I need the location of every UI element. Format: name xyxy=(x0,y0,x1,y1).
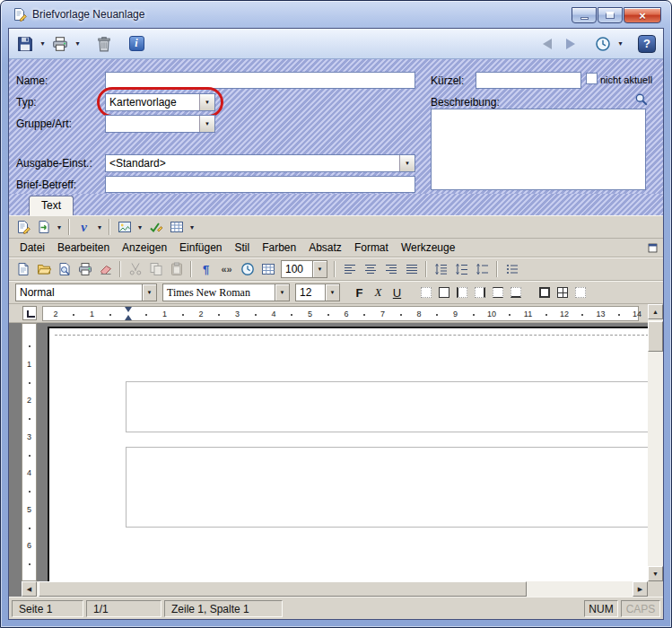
underline-button[interactable]: U xyxy=(388,283,406,302)
horizontal-ruler[interactable]: 211234567891011121314 xyxy=(42,306,639,321)
border-top-bottom-button[interactable] xyxy=(489,283,507,301)
scroll-up-button[interactable]: ▲ xyxy=(648,304,663,319)
load-text-dropdown[interactable]: ▾ xyxy=(54,217,65,237)
typ-dropdown-arrow[interactable]: ▼ xyxy=(199,94,214,110)
text-frame-2[interactable] xyxy=(126,447,648,528)
info-button[interactable]: i xyxy=(125,32,148,56)
insert-variable-button[interactable]: v xyxy=(74,217,94,237)
delete-button[interactable] xyxy=(92,32,116,56)
menu-bearbeiten[interactable]: Bearbeiten xyxy=(51,240,116,256)
history-dropdown[interactable]: ▾ xyxy=(615,32,626,56)
menu-anzeigen[interactable]: Anzeigen xyxy=(116,240,173,256)
scroll-left-button[interactable]: ◀ xyxy=(22,581,37,597)
border-none-button[interactable] xyxy=(417,283,435,301)
insert-table-button[interactable] xyxy=(166,217,187,237)
menu-farben[interactable]: Farben xyxy=(256,240,302,256)
history-button[interactable] xyxy=(591,32,615,56)
insert-time-button[interactable] xyxy=(237,259,257,279)
align-left-button[interactable] xyxy=(339,259,360,279)
paste-button[interactable] xyxy=(166,259,187,279)
document-area[interactable] xyxy=(39,323,648,581)
ausgabe-dropdown-arrow[interactable]: ▼ xyxy=(399,155,415,171)
save-dropdown[interactable]: ▾ xyxy=(37,32,48,56)
tab-text[interactable]: Text xyxy=(29,196,74,215)
insert-table-dropdown[interactable]: ▾ xyxy=(187,217,197,237)
menu-format[interactable]: Format xyxy=(348,240,395,256)
minimize-button[interactable] xyxy=(572,7,597,23)
menu-absatz[interactable]: Absatz xyxy=(302,240,348,256)
scroll-right-button[interactable]: ▶ xyxy=(633,581,648,597)
gruppe-dropdown-arrow[interactable]: ▼ xyxy=(199,116,214,132)
close-button[interactable]: × xyxy=(624,7,661,23)
scroll-down-button[interactable]: ▼ xyxy=(648,566,663,581)
beschreibung-textarea[interactable] xyxy=(431,109,646,190)
menu-einfuegen[interactable]: Einfügen xyxy=(173,240,228,256)
font-select[interactable]: Times New Roman ▼ xyxy=(162,283,290,301)
kuerzel-input[interactable] xyxy=(476,72,581,89)
font-size-select[interactable]: 12 ▼ xyxy=(295,283,340,301)
gruppe-select[interactable]: ▼ xyxy=(105,115,215,133)
copy-button[interactable] xyxy=(145,259,166,279)
format-eraser-button[interactable] xyxy=(95,259,116,279)
print-dropdown[interactable]: ▾ xyxy=(72,32,83,56)
style-dropdown-arrow[interactable]: ▼ xyxy=(142,284,156,301)
bold-button[interactable]: F xyxy=(350,283,369,302)
zoom-dropdown-arrow[interactable]: ▼ xyxy=(312,261,327,277)
back-button[interactable] xyxy=(536,32,559,56)
border-left-button[interactable] xyxy=(453,283,471,301)
save-button[interactable] xyxy=(13,32,37,56)
vertical-scroll-thumb[interactable] xyxy=(648,321,663,352)
vertical-scroll-track[interactable] xyxy=(648,319,663,566)
nicht-aktuell-checkbox[interactable] xyxy=(586,73,598,84)
frame-grid-button[interactable] xyxy=(554,283,572,301)
border-box-button[interactable] xyxy=(435,283,453,301)
print-preview-button[interactable] xyxy=(54,259,74,279)
insert-image-button[interactable] xyxy=(114,217,135,237)
titlebar[interactable]: Briefvorlage Neuanlage × xyxy=(1,1,671,28)
bullet-list-button[interactable] xyxy=(502,259,522,279)
indent-marker-bottom[interactable] xyxy=(125,311,132,320)
zoom-select[interactable]: 100 ▼ xyxy=(281,260,327,278)
ausgabe-select[interactable]: <Standard> ▼ xyxy=(105,154,415,172)
forward-button[interactable] xyxy=(559,32,582,56)
page[interactable] xyxy=(48,327,648,581)
frame-dotted-button[interactable] xyxy=(572,283,589,301)
font-size-dropdown-arrow[interactable]: ▼ xyxy=(325,284,339,301)
editor-window-icon[interactable] xyxy=(647,242,659,254)
open-button[interactable] xyxy=(33,259,54,279)
print-text-button[interactable] xyxy=(74,259,95,279)
frame-thick-button[interactable] xyxy=(536,283,554,301)
edit-text-button[interactable] xyxy=(13,217,33,237)
border-bottom-button[interactable] xyxy=(507,283,525,301)
field-markers-button[interactable]: «» xyxy=(216,259,237,279)
text-frame-1[interactable] xyxy=(126,381,648,432)
maximize-button[interactable] xyxy=(598,7,623,23)
typ-select[interactable]: Kartenvorlage ▼ xyxy=(105,93,215,111)
insert-date-table-button[interactable] xyxy=(257,259,278,279)
insert-image-dropdown[interactable]: ▾ xyxy=(135,217,145,237)
horizontal-scroll-thumb[interactable] xyxy=(39,581,527,597)
vertical-scrollbar[interactable]: ▲ ▼ xyxy=(648,304,663,581)
font-dropdown-arrow[interactable]: ▼ xyxy=(275,284,289,301)
beschreibung-zoom-button[interactable] xyxy=(634,92,650,109)
new-document-button[interactable] xyxy=(13,259,33,279)
vertical-ruler[interactable]: 123456 xyxy=(22,323,37,581)
menu-stil[interactable]: Stil xyxy=(228,240,256,256)
style-select[interactable]: Normal ▼ xyxy=(15,283,157,301)
cut-button[interactable] xyxy=(125,259,145,279)
horizontal-scrollbar[interactable]: ◀ ▶ xyxy=(9,581,663,597)
tab-stop-selector[interactable] xyxy=(22,306,37,320)
line-spacing-15-button[interactable] xyxy=(451,259,472,279)
spellcheck-button[interactable] xyxy=(145,217,166,237)
brief-input[interactable] xyxy=(105,176,415,193)
italic-button[interactable]: X xyxy=(369,283,388,302)
print-button[interactable] xyxy=(48,32,72,56)
menu-datei[interactable]: Datei xyxy=(13,240,51,256)
menu-werkzeuge[interactable]: Werkzeuge xyxy=(395,240,461,256)
border-right-button[interactable] xyxy=(471,283,489,301)
align-center-button[interactable] xyxy=(360,259,380,279)
horizontal-scroll-track[interactable] xyxy=(37,581,633,597)
name-input[interactable] xyxy=(105,72,415,89)
show-paragraph-marks-button[interactable]: ¶ xyxy=(196,259,216,279)
align-justify-button[interactable] xyxy=(401,259,422,279)
